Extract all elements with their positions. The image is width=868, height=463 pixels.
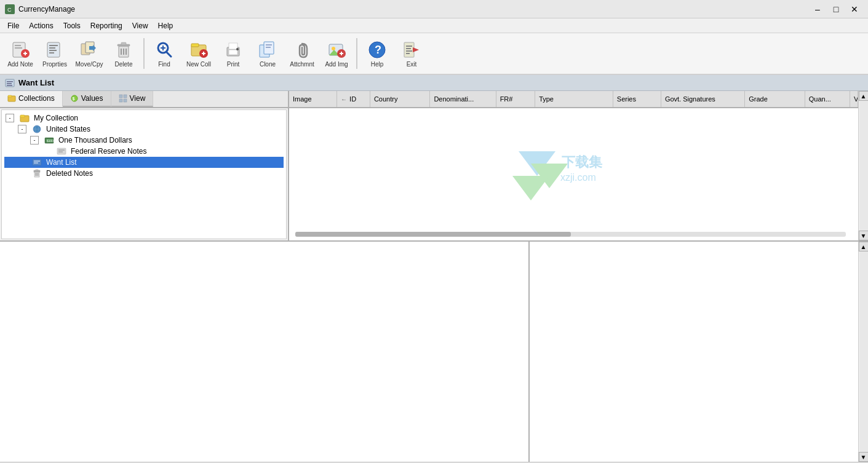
right-scrollbar[interactable]: ▲ ▼ — [858, 91, 868, 240]
tree-icon-federal-reserve — [57, 146, 66, 156]
help-button[interactable]: ? Help — [360, 36, 394, 71]
properties-label: Proprties — [42, 61, 67, 68]
col-variety[interactable]: Variety — [850, 91, 858, 107]
svg-marker-48 — [413, 47, 419, 52]
bottom-right-scrollbar[interactable]: ▲ ▼ — [858, 242, 868, 462]
values-tab-label: Values — [81, 94, 103, 103]
col-grade[interactable]: Grade — [745, 91, 805, 107]
bottom-scrollbar-track[interactable] — [859, 251, 868, 452]
tab-collections[interactable]: Collections — [0, 91, 63, 107]
tree-label-want-list: Want List — [46, 158, 77, 167]
svg-rect-3 — [15, 45, 21, 46]
tree-toggle-my-collection[interactable]: - — [6, 114, 14, 122]
tree-toggle-united-states[interactable]: - — [18, 125, 26, 133]
find-button[interactable]: Find — [148, 36, 181, 71]
section-header: Want List — [0, 75, 868, 91]
svg-point-34 — [236, 48, 239, 50]
app-icon: C — [5, 4, 15, 14]
tree-toggle-one-thousand[interactable]: - — [30, 136, 39, 144]
svg-rect-32 — [229, 50, 237, 55]
table-body[interactable]: 下载集 xzji.com — [289, 108, 858, 240]
left-panel: Collections $ Values — [0, 91, 289, 240]
close-button[interactable]: ✕ — [846, 3, 863, 15]
watermark: 下载集 xzji.com — [512, 139, 635, 200]
menu-actions[interactable]: Actions — [24, 20, 58, 31]
tree-icon-one-thousand: $1000 — [44, 135, 54, 145]
clone-button[interactable]: Clone — [251, 36, 284, 71]
new-collection-label: New Coll — [186, 61, 211, 68]
svg-point-40 — [332, 47, 335, 50]
tab-values[interactable]: $ Values — [63, 91, 111, 107]
section-header-icon — [5, 78, 15, 88]
col-id[interactable]: ← ID — [337, 91, 370, 107]
app-title: CurrencyManage — [18, 5, 75, 14]
horizontal-scrollbar-thumb — [295, 232, 571, 237]
svg-rect-73 — [57, 148, 66, 154]
scrollbar-up-arrow[interactable]: ▲ — [859, 91, 869, 101]
properties-button[interactable]: Proprties — [38, 36, 71, 71]
svg-rect-51 — [406, 50, 412, 52]
svg-text:xzji.com: xzji.com — [560, 172, 596, 183]
scrollbar-down-arrow[interactable]: ▼ — [859, 231, 869, 240]
col-quantity[interactable]: Quan... — [805, 91, 850, 107]
maximize-button[interactable]: □ — [827, 3, 845, 15]
col-denomination[interactable]: Denominati... — [430, 91, 496, 107]
svg-rect-12 — [49, 52, 54, 53]
tab-view[interactable]: View — [111, 91, 154, 107]
add-image-icon — [327, 40, 346, 60]
view-tab-icon — [119, 94, 127, 103]
menu-tools[interactable]: Tools — [58, 20, 86, 31]
horizontal-scrollbar[interactable] — [295, 232, 846, 237]
window-controls[interactable]: – □ ✕ — [809, 3, 863, 15]
print-label: Print — [227, 61, 240, 68]
new-collection-button[interactable]: New Coll — [182, 36, 215, 71]
tree-label-deleted-notes: Deleted Notes — [46, 169, 93, 178]
exit-label: Exit — [407, 61, 417, 68]
svg-text:$: $ — [72, 97, 74, 101]
tree-item-united-states[interactable]: - United States — [4, 124, 284, 135]
move-copy-icon — [79, 40, 99, 60]
add-image-button[interactable]: Add Img — [320, 36, 353, 71]
tree-item-my-collection[interactable]: - My Collection — [4, 113, 284, 124]
col-image[interactable]: Image — [289, 91, 337, 107]
add-note-button[interactable]: Add Note — [4, 36, 37, 71]
title-bar: C CurrencyManage – □ ✕ — [0, 0, 868, 18]
scrollbar-track[interactable] — [859, 101, 868, 231]
tree-label-my-collection: My Collection — [34, 114, 78, 122]
menu-help[interactable]: Help — [153, 20, 178, 31]
tree-item-deleted-notes[interactable]: Deleted Notes — [4, 168, 284, 179]
svg-marker-87 — [512, 176, 549, 200]
exit-button[interactable]: Exit — [395, 36, 428, 71]
delete-button[interactable]: Delete — [107, 36, 140, 71]
col-series[interactable]: Series — [613, 91, 661, 107]
col-type[interactable]: Type — [535, 91, 613, 107]
print-button[interactable]: Print — [217, 36, 250, 71]
tree-item-federal-reserve[interactable]: Federal Reserve Notes — [4, 146, 284, 157]
move-copy-button[interactable]: Move/Cpy — [73, 36, 106, 71]
svg-rect-66 — [20, 115, 25, 117]
menu-view[interactable]: View — [127, 20, 153, 31]
tree-item-one-thousand[interactable]: - $1000 One Thousand Dollars — [4, 135, 284, 146]
tree-icon-want-list — [32, 157, 42, 167]
menu-reporting[interactable]: Reporting — [86, 20, 127, 31]
col-country[interactable]: Country — [370, 91, 431, 107]
tree-item-want-list[interactable]: Want List — [4, 157, 284, 168]
attachment-button[interactable]: Attchmnt — [285, 36, 319, 71]
col-fr[interactable]: FR# — [496, 91, 536, 107]
svg-rect-33 — [229, 43, 237, 49]
minimize-button[interactable]: – — [809, 3, 826, 15]
add-note-label: Add Note — [7, 61, 33, 68]
bottom-scrollbar-up[interactable]: ▲ — [859, 242, 869, 251]
tree-panel[interactable]: - My Collection - — [1, 109, 287, 239]
svg-rect-37 — [266, 44, 272, 46]
svg-rect-9 — [49, 45, 58, 46]
svg-rect-56 — [7, 85, 12, 86]
print-icon — [223, 40, 243, 60]
bottom-scrollbar-down[interactable]: ▼ — [859, 452, 869, 462]
svg-text:下载集: 下载集 — [562, 154, 603, 170]
bottom-left-panel — [0, 242, 530, 462]
col-govt-signatures[interactable]: Govt. Signatures — [661, 91, 745, 107]
menu-file[interactable]: File — [2, 20, 24, 31]
svg-rect-76 — [33, 159, 41, 165]
svg-rect-62 — [124, 95, 127, 98]
